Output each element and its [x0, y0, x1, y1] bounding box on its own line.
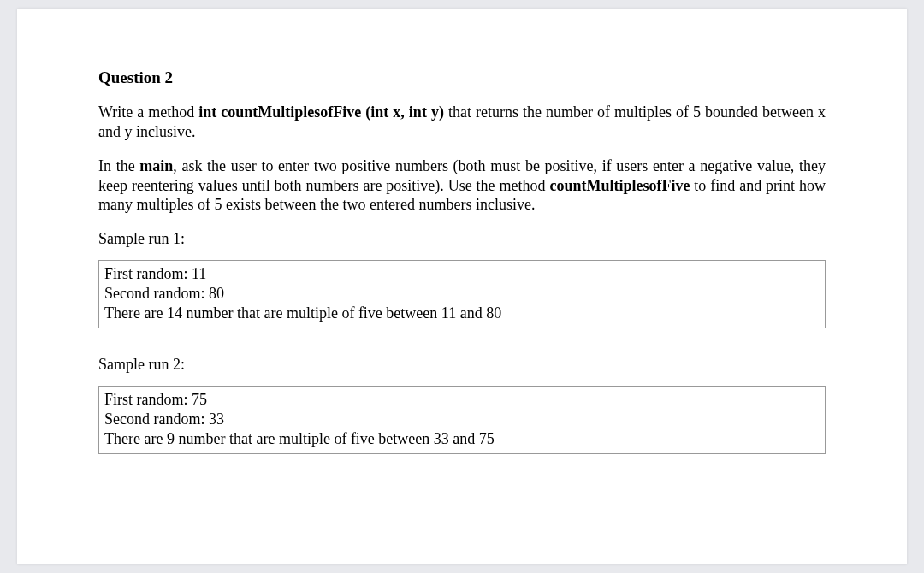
sample-run-2-box: First random: 75 Second random: 33 There… [98, 386, 826, 454]
sample-run-2-label: Sample run 2: [98, 356, 826, 374]
sample2-line1: First random: 75 [104, 390, 820, 410]
paragraph-2: In the main, ask the user to enter two p… [98, 157, 826, 215]
sample-run-1-box: First random: 11 Second random: 80 There… [98, 260, 826, 328]
para2-bold1: main [139, 157, 173, 174]
para1-text-pre: Write a method [98, 103, 198, 121]
sample1-line3: There are 14 number that are multiple of… [104, 304, 820, 323]
sample2-line2: Second random: 33 [104, 410, 820, 429]
document-page: Question 2 Write a method int countMulti… [17, 9, 907, 564]
sample-run-1-label: Sample run 1: [98, 230, 826, 248]
sample1-line2: Second random: 80 [104, 284, 820, 304]
para2-text-pre: In the [98, 157, 139, 174]
sample2-line3: There are 9 number that are multiple of … [104, 429, 820, 449]
para1-bold: int countMultiplesofFive (int x, int y) [198, 103, 444, 121]
question-title: Question 2 [98, 68, 826, 87]
sample1-line1: First random: 11 [104, 264, 820, 284]
para2-bold2: countMultiplesofFive [549, 177, 690, 194]
paragraph-1: Write a method int countMultiplesofFive … [98, 103, 826, 141]
